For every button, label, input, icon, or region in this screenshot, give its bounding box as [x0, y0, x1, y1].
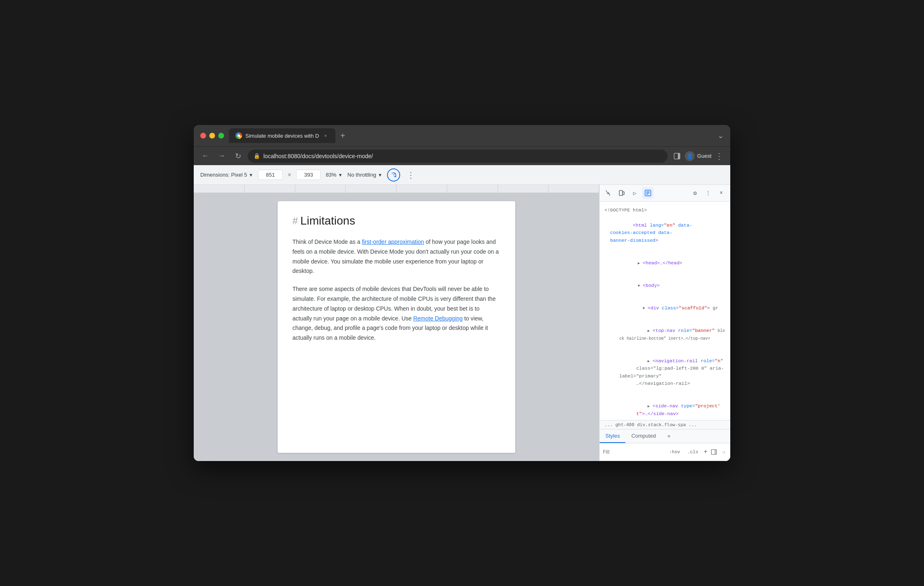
tab-close-button[interactable]: × [322, 132, 329, 139]
device-toolbar: Dimensions: Pixel 5 ▼ × 83% ▼ No throttl… [194, 165, 730, 185]
ruler-tick [295, 185, 346, 193]
code-line-body[interactable]: ▼ <body> [605, 275, 725, 297]
add-style-button[interactable]: + [703, 448, 708, 456]
first-order-link[interactable]: first-order approximation [362, 238, 424, 245]
styles-tab-label: Styles [605, 433, 620, 439]
paragraph-2: There are some aspects of mobile devices… [292, 284, 500, 343]
code-line-doctype: <!DOCTYPE html> [605, 207, 725, 214]
remote-debugging-link[interactable]: Remote Debugging [413, 315, 463, 322]
tab-computed[interactable]: Computed [625, 429, 661, 443]
forward-arrow-icon[interactable]: ▷ [629, 187, 641, 199]
dimension-separator: × [288, 171, 291, 179]
tab-more-icon: » [667, 433, 670, 439]
minimize-button[interactable] [209, 133, 215, 139]
new-tab-button[interactable]: + [337, 130, 349, 141]
window-more-button[interactable]: ⌄ [718, 131, 724, 140]
heading-hash: # [292, 215, 298, 227]
address-text: localhost:8080/docs/devtools/device-mode… [263, 153, 373, 159]
devtools-breadcrumb: ... ght-400 div.stack.flow-spa ... [600, 420, 730, 429]
elements-panel-button[interactable] [642, 187, 654, 199]
inspector-button[interactable] [603, 187, 614, 199]
dimensions-chevron-icon: ▼ [249, 173, 253, 177]
lock-icon: 🔒 [254, 153, 260, 159]
browser-window: Simulate mobile devices with D × + ⌄ ← →… [194, 125, 730, 461]
tab-bar: Simulate mobile devices with D × + [229, 128, 713, 143]
devtools-toolbar: ▷ ⚙ ⋮ × [600, 185, 730, 202]
sidebar-toggle-button[interactable] [671, 150, 683, 162]
page-heading: # Limitations [292, 214, 500, 227]
device-mode-button[interactable] [616, 187, 627, 199]
browser-viewport: # Limitations Think of Device Mode as a … [194, 185, 599, 461]
computed-sidebar-icon[interactable] [710, 446, 717, 458]
profile-avatar: 👤 [685, 151, 695, 161]
code-line-html[interactable]: <html lang="en" data- cookies-accepted d… [605, 214, 725, 252]
profile-button[interactable]: 👤 Guest [685, 151, 711, 161]
throttle-dropdown[interactable]: No throttling ▼ [347, 172, 382, 178]
maximize-button[interactable] [218, 133, 224, 139]
ruler-tick [396, 185, 447, 193]
heading-text: Limitations [300, 214, 355, 227]
toolbar-more-button[interactable]: ⋮ [407, 170, 415, 180]
svg-rect-9 [714, 450, 716, 454]
page-content: # Limitations Think of Device Mode as a … [278, 201, 515, 453]
devtools-panel: ▷ ⚙ ⋮ × <!DOCTYPE html> <h [599, 185, 730, 461]
tab-styles[interactable]: Styles [600, 429, 625, 443]
paragraph-1: Think of Device Mode as a first-order ap… [292, 237, 500, 276]
forward-button[interactable]: → [215, 150, 228, 163]
back-button[interactable]: ← [199, 150, 212, 163]
computed-tab-label: Computed [631, 433, 656, 439]
breadcrumb-text: ... ght-400 div.stack.flow-spa ... [605, 422, 697, 427]
svg-rect-3 [623, 192, 624, 195]
ruler-tick [447, 185, 498, 193]
ruler-tick [498, 185, 549, 193]
settings-button[interactable]: ⚙ [689, 187, 701, 199]
rotate-button[interactable] [387, 168, 400, 182]
ruler-tick [346, 185, 396, 193]
code-line-nav-rail[interactable]: ▶ <navigation-rail role="n" class="lg:pa… [605, 350, 725, 395]
title-bar: Simulate mobile devices with D × + ⌄ [194, 125, 730, 146]
width-input[interactable] [258, 170, 283, 180]
toggle-sidebar-icon[interactable]: ◁ [720, 446, 727, 458]
styles-filter-bar: :hov .cls + ◁ [600, 443, 730, 461]
close-button[interactable] [200, 133, 206, 139]
traffic-lights [200, 133, 224, 139]
zoom-label: 83% [326, 172, 336, 178]
tab-favicon [236, 132, 242, 139]
height-input[interactable] [296, 170, 321, 180]
devtools-more-button[interactable]: ⋮ [702, 187, 714, 199]
dimensions-label: Dimensions: Pixel 5 [200, 172, 247, 178]
ruler-tick [245, 185, 295, 193]
tab-label: Simulate mobile devices with D [245, 133, 319, 139]
zoom-dropdown[interactable]: 83% ▼ [326, 172, 342, 178]
address-bar[interactable]: 🔒 localhost:8080/docs/devtools/device-mo… [248, 150, 668, 163]
tab-more-button[interactable]: » [661, 429, 676, 443]
hov-filter-button[interactable]: :hov [667, 449, 682, 455]
svg-rect-1 [678, 153, 680, 159]
refresh-button[interactable]: ↻ [231, 150, 245, 163]
svg-rect-2 [619, 191, 623, 195]
devtools-tabs: Styles Computed » [600, 429, 730, 443]
throttle-chevron-icon: ▼ [378, 173, 382, 177]
code-line-head[interactable]: ▶ <head>…</head> [605, 252, 725, 274]
nav-right: 👤 Guest ⋮ [671, 150, 725, 162]
zoom-chevron-icon: ▼ [338, 173, 342, 177]
nav-bar: ← → ↻ 🔒 localhost:8080/docs/devtools/dev… [194, 146, 730, 165]
ruler [194, 185, 599, 193]
code-line-side-nav[interactable]: ▶ <side-nav type="project' t">…</side-na… [605, 395, 725, 420]
dimensions-dropdown[interactable]: Dimensions: Pixel 5 ▼ [200, 172, 253, 178]
browser-more-button[interactable]: ⋮ [713, 150, 725, 162]
devtools-close-button[interactable]: × [716, 187, 727, 199]
throttle-label: No throttling [347, 172, 376, 178]
ruler-tick [194, 185, 245, 193]
main-area: # Limitations Think of Device Mode as a … [194, 185, 730, 461]
devtools-code-panel: <!DOCTYPE html> <html lang="en" data- co… [600, 202, 730, 420]
code-line-top-nav[interactable]: ▶ <top-nav role="banner" block hairline-… [605, 320, 725, 350]
cls-filter-button[interactable]: .cls [685, 449, 700, 455]
code-line-div-scaffold[interactable]: ▼ <div class="scaffold"> gr [605, 297, 725, 320]
profile-label: Guest [697, 153, 711, 159]
styles-filter-input[interactable] [603, 449, 664, 455]
page-container: # Limitations Think of Device Mode as a … [194, 193, 599, 461]
ruler-tick [548, 185, 599, 193]
active-tab[interactable]: Simulate mobile devices with D × [229, 128, 335, 143]
